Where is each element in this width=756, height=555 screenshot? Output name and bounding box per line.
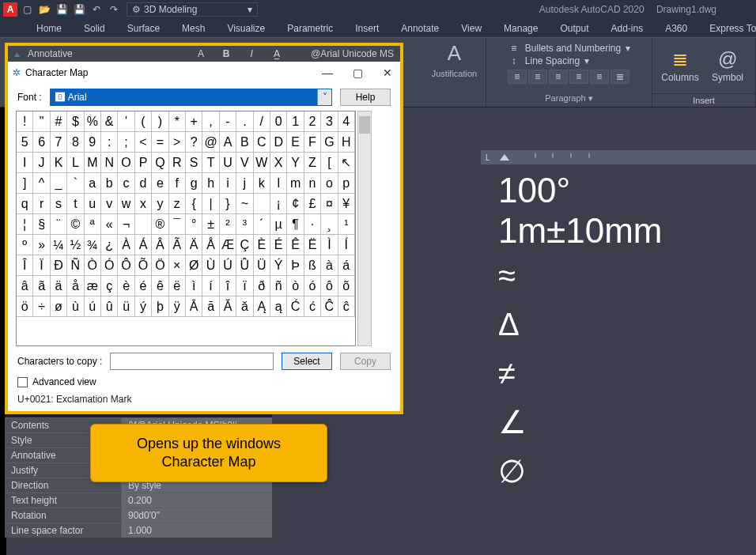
char-cell[interactable]: 8 <box>67 132 84 153</box>
align-right-button[interactable]: ≡ <box>549 70 568 84</box>
char-cell[interactable]: ð <box>254 276 270 296</box>
char-cell[interactable]: þ <box>152 296 168 317</box>
char-cell[interactable]: º <box>17 235 33 255</box>
char-cell[interactable]: é <box>135 276 152 296</box>
char-cell[interactable]: K <box>51 153 67 173</box>
char-cell[interactable]: á <box>338 255 355 276</box>
char-cell[interactable]: © <box>67 214 84 235</box>
char-cell[interactable]: t <box>67 194 84 214</box>
char-cell[interactable]: Å <box>202 235 219 255</box>
char-cell[interactable]: û <box>101 296 118 317</box>
char-cell[interactable]: v <box>101 194 118 214</box>
char-cell[interactable]: Ú <box>220 255 236 276</box>
underline-icon[interactable]: A̲ <box>268 48 285 59</box>
char-cell[interactable]: Ä <box>186 235 202 255</box>
char-cell[interactable]: ¬ <box>118 214 134 235</box>
char-cell[interactable]: x <box>135 194 152 214</box>
char-cell[interactable]: C <box>254 132 270 153</box>
char-cell[interactable]: ¦ <box>17 214 33 235</box>
char-cell[interactable]: Ç <box>236 235 253 255</box>
char-cell[interactable]: Ü <box>254 255 270 276</box>
char-cell[interactable]: L <box>67 153 84 173</box>
align-left-button[interactable]: ≡ <box>508 70 527 84</box>
char-cell[interactable]: Ð <box>51 255 67 276</box>
char-cell[interactable]: ¯ <box>169 214 186 235</box>
scroll-thumb[interactable] <box>359 116 370 134</box>
char-cell[interactable]: f <box>169 173 186 194</box>
char-cell[interactable]: z <box>169 194 186 214</box>
char-cell[interactable]: 5 <box>17 132 33 153</box>
new-icon[interactable]: ▢ <box>21 3 33 16</box>
align-center-button[interactable]: ≡ <box>528 70 547 84</box>
char-cell[interactable]: À <box>118 235 134 255</box>
prop-value[interactable]: 1.000 <box>122 523 272 538</box>
char-cell[interactable]: d <box>135 173 152 194</box>
text-ruler[interactable]: L ╵ ╵ ╵ ╵ <box>481 150 756 164</box>
char-cell[interactable]: R <box>169 153 186 173</box>
char-cell[interactable]: ® <box>152 214 168 235</box>
char-cell[interactable]: U <box>220 153 236 173</box>
tab-insert[interactable]: Insert <box>344 19 390 37</box>
char-cell[interactable]: Ê <box>287 235 304 255</box>
char-cell[interactable]: Ć <box>287 296 304 317</box>
char-cell[interactable]: Ï <box>33 255 50 276</box>
char-cell[interactable]: , <box>202 111 219 132</box>
char-cell[interactable]: < <box>135 132 152 153</box>
char-cell[interactable]: Ù <box>202 255 219 276</box>
char-cell[interactable]: è <box>118 276 134 296</box>
char-cell[interactable]: o <box>321 173 338 194</box>
props-row[interactable]: Line space factor1.000 <box>5 523 272 538</box>
tab-parametric[interactable]: Parametric <box>276 19 344 37</box>
char-cell[interactable]: c <box>118 173 134 194</box>
char-cell[interactable]: Ø <box>186 255 202 276</box>
chars-to-copy-input[interactable] <box>110 353 274 370</box>
char-cell[interactable]: M <box>85 153 101 173</box>
maximize-button[interactable]: ▢ <box>350 66 365 79</box>
char-cell[interactable]: E <box>287 132 304 153</box>
chevron-down-icon[interactable]: ˅ <box>317 89 331 105</box>
char-cell[interactable]: Ā <box>186 296 202 317</box>
char-cell[interactable]: " <box>33 111 50 132</box>
char-cell[interactable]: Ë <box>304 235 321 255</box>
char-cell[interactable]: å <box>67 276 84 296</box>
char-cell[interactable]: Ą <box>254 296 270 317</box>
char-cell[interactable]: n <box>304 173 321 194</box>
char-cell[interactable]: I <box>17 153 33 173</box>
char-cell[interactable]: » <box>33 235 50 255</box>
char-cell[interactable]: × <box>169 255 186 276</box>
char-cell[interactable]: N <box>101 153 118 173</box>
align-distrib-button[interactable]: ≡ <box>590 70 609 84</box>
char-cell[interactable]: ß <box>304 255 321 276</box>
char-cell[interactable]: [ <box>321 153 338 173</box>
bullets-button[interactable]: ≡ Bullets and Numbering ▾ <box>508 43 630 54</box>
char-cell[interactable]: ý <box>135 296 152 317</box>
tab-output[interactable]: Output <box>549 19 599 37</box>
char-cell[interactable]: í <box>202 276 219 296</box>
saveas-icon[interactable]: 💾 <box>73 3 85 16</box>
char-cell[interactable]: Ö <box>152 255 168 276</box>
char-cell[interactable]: 4 <box>338 111 355 132</box>
drawing-canvas[interactable]: L ╵ ╵ ╵ ╵ 100° 1m±10mm ≈Δ≠∠∅ <box>427 150 756 555</box>
char-cell[interactable]: ä <box>51 276 67 296</box>
copy-button[interactable]: Copy <box>340 353 391 370</box>
char-cell[interactable]: Ò <box>85 255 101 276</box>
char-cell[interactable]: ¿ <box>101 235 118 255</box>
char-cell[interactable]: Ó <box>101 255 118 276</box>
char-cell[interactable]: : <box>101 132 118 153</box>
char-cell[interactable]: 9 <box>85 132 101 153</box>
char-cell[interactable]: Ý <box>270 255 287 276</box>
char-cell[interactable]: ½ <box>67 235 84 255</box>
char-cell[interactable]: } <box>220 194 236 214</box>
prop-value[interactable]: 0.200 <box>122 493 272 508</box>
char-cell[interactable]: 3 <box>321 111 338 132</box>
tab-surface[interactable]: Surface <box>116 19 171 37</box>
columns-button[interactable]: ≣ Columns <box>659 41 701 90</box>
tab-home[interactable]: Home <box>25 19 73 37</box>
char-cell[interactable]: ą <box>270 296 287 317</box>
char-cell[interactable]: * <box>169 111 186 132</box>
char-cell[interactable]: @ <box>202 132 219 153</box>
char-cell[interactable]: ç <box>101 276 118 296</box>
char-cell[interactable]: 7 <box>51 132 67 153</box>
char-cell[interactable]: > <box>169 132 186 153</box>
char-cell[interactable]: 2 <box>304 111 321 132</box>
